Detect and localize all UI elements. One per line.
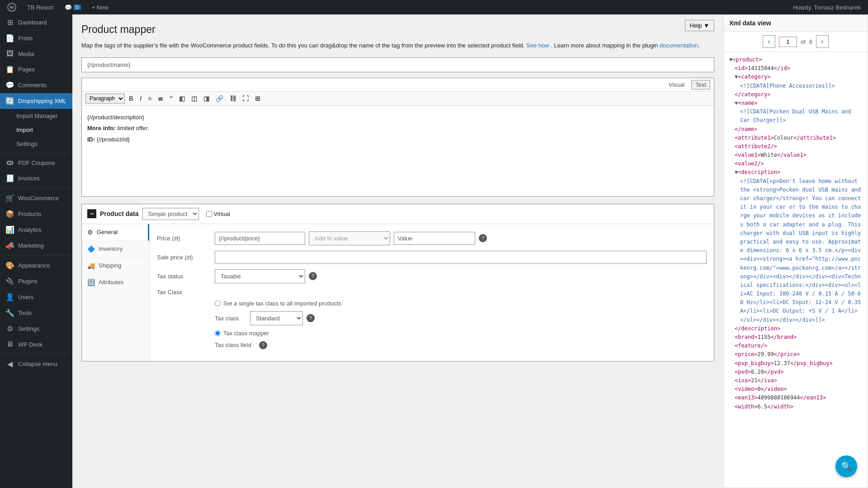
sidebar-label-woocommerce: WooCommerce [18, 195, 59, 202]
italic-button[interactable]: I [137, 94, 144, 103]
unordered-list-button[interactable]: ≡ [146, 94, 154, 103]
fullscreen-button[interactable]: ⛶ [240, 94, 251, 103]
search-fab[interactable]: 🔍 [835, 455, 857, 477]
virtual-checkbox[interactable] [206, 211, 212, 217]
see-how-link[interactable]: See how [526, 42, 549, 49]
tax-status-help-icon[interactable]: ? [309, 272, 317, 280]
sidebar-item-marketing[interactable]: 📣 Marketing [0, 238, 72, 253]
sidebar-item-dropshipping[interactable]: 🔄 Dropshipping XML [0, 93, 72, 109]
bold-button[interactable]: B [127, 94, 136, 103]
xml-line-pvp-bigbuy: <pvp_bigbuy>12.37</pvp_bigbuy> [729, 359, 862, 368]
price-help-icon[interactable]: ? [479, 234, 487, 242]
sidebar-item-plugins[interactable]: 🔌 Plugins [0, 273, 72, 289]
xml-line-product: ▼<product> [729, 56, 862, 64]
align-center-button[interactable]: ◫ [189, 94, 199, 103]
product-data-header: − Product data Simple product Virtual [82, 204, 714, 224]
tax-class-mapper-radio[interactable] [215, 330, 221, 336]
site-name[interactable]: TB Resort [24, 0, 57, 14]
sidebar-item-posts[interactable]: 📄 Posts [0, 30, 72, 46]
sale-price-input[interactable] [215, 251, 707, 264]
sidebar-item-dashboard[interactable]: ⊞ Dashboard [0, 14, 72, 30]
attributes-tab-icon: 🔢 [87, 279, 95, 286]
tax-class-field-help-icon[interactable]: ? [259, 341, 267, 349]
unlink-button[interactable]: ⛓ [227, 94, 238, 103]
tax-class-help-icon[interactable]: ? [307, 314, 315, 322]
sidebar-item-wp-desk[interactable]: 🖥 WP Desk [0, 337, 72, 352]
align-left-button[interactable]: ◧ [177, 94, 187, 103]
paragraph-select[interactable]: Paragraph [85, 94, 125, 103]
sidebar-item-analytics[interactable]: 📊 Analytics [0, 222, 72, 238]
xml-of-text: of [801, 38, 806, 45]
divider-3 [0, 255, 72, 256]
sidebar-item-settings[interactable]: ⚙ Settings [0, 321, 72, 337]
sidebar-item-woocommerce[interactable]: 🛒 WooCommerce [0, 190, 72, 206]
align-right-button[interactable]: ◨ [201, 94, 212, 103]
comment-count: 0 [74, 5, 81, 10]
sidebar-item-appearance[interactable]: 🎨 Appearance [0, 258, 72, 273]
wp-desk-icon: 🖥 [5, 340, 14, 348]
editor-container: Visual Text Paragraph B I ≡ ≣ " ◧ ◫ ◨ 🔗 [81, 78, 714, 197]
sidebar-item-comments[interactable]: 💬 Comments [0, 77, 72, 93]
user-menu[interactable]: Howdy, Tomasz Bednarek [790, 0, 863, 14]
editor-body[interactable]: {//product/description} More info: limit… [82, 106, 714, 196]
tax-class-single-label[interactable]: Set a single tax class to all imported p… [215, 300, 341, 307]
add-value-select[interactable]: Add % value [309, 231, 390, 245]
help-button[interactable]: Help ▼ [685, 20, 714, 31]
price-input[interactable] [215, 232, 305, 245]
tax-class-single-radio[interactable] [215, 300, 221, 306]
xml-line-name-close: </name> [729, 125, 862, 134]
xml-line-description-cdata: <![CDATA[<p>Don't leave home without the… [729, 177, 862, 324]
documentation-link[interactable]: documentation [660, 42, 698, 49]
sidebar: ⊞ Dashboard 📄 Posts 🖼 Media 📋 Pages 💬 Co… [0, 14, 72, 488]
tab-attributes[interactable]: 🔢 Attributes [82, 274, 149, 291]
tab-text[interactable]: Text [691, 80, 710, 89]
sidebar-label-dashboard: Dashboard [18, 19, 47, 26]
product-type-select[interactable]: Simple product [142, 208, 199, 220]
xml-line-ean13: <ean13>4899888106944</ean13> [729, 394, 862, 402]
xml-prev-button[interactable]: ‹ [763, 35, 775, 48]
product-name-input[interactable] [81, 57, 714, 72]
grid-button[interactable]: ⊞ [253, 94, 263, 103]
xml-content-scroll[interactable]: ▼<product> <id>14115044</id> ▼<category>… [724, 52, 868, 486]
sidebar-item-pages[interactable]: 📋 Pages [0, 61, 72, 77]
posts-icon: 📄 [5, 34, 14, 42]
sidebar-item-media[interactable]: 🖼 Media [0, 46, 72, 61]
tax-class-select[interactable]: Standard Reduced rate Zero rate [250, 311, 303, 325]
tax-class-single-row: Set a single tax class to all imported p… [157, 300, 707, 307]
products-icon: 📦 [5, 210, 14, 218]
svg-text:W: W [9, 5, 14, 10]
ordered-list-button[interactable]: ≣ [156, 94, 165, 103]
tax-class-mapper-label[interactable]: Tax class mapper [215, 330, 269, 337]
comments-button[interactable]: 💬 0 [62, 0, 84, 14]
xml-page-input[interactable] [779, 37, 797, 47]
tax-class-mapper-text: Tax class mapper [223, 330, 269, 337]
comments-icon: 💬 [5, 81, 14, 89]
xml-next-button[interactable]: › [816, 35, 829, 48]
sidebar-item-collapse[interactable]: ◀ Collapse menu [0, 356, 72, 372]
tax-status-select[interactable]: Taxable Shipping only None [215, 269, 305, 283]
new-button[interactable]: + New [89, 0, 111, 14]
sidebar-item-import[interactable]: Import [0, 123, 72, 137]
wp-logo-button[interactable]: W [5, 0, 19, 14]
tab-shipping[interactable]: 🚚 Shipping [82, 258, 149, 274]
sidebar-item-products[interactable]: 📦 Products [0, 206, 72, 222]
xml-line-price: <price>29.99</price> [729, 350, 862, 359]
xml-line-id: <id>14115044</id> [729, 64, 862, 73]
blockquote-button[interactable]: " [167, 94, 175, 103]
sidebar-item-users[interactable]: 👤 Users [0, 289, 72, 305]
sidebar-item-tools[interactable]: 🔧 Tools [0, 305, 72, 321]
sidebar-item-settings-sub[interactable]: Settings [0, 137, 72, 151]
page-description: Map the tags of the supplier's file with… [81, 41, 714, 50]
sidebar-item-invoices[interactable]: 🧾 Invoices [0, 170, 72, 186]
value-input[interactable] [394, 232, 475, 245]
tab-visual[interactable]: Visual [665, 80, 689, 89]
collapse-product-data-button[interactable]: − [87, 209, 96, 218]
sidebar-item-pdf-coupons[interactable]: 🎟 PDF Coupons [0, 155, 72, 170]
sidebar-item-import-manager[interactable]: Import Manager [0, 109, 72, 123]
tab-inventory[interactable]: 🔷 Inventory [82, 241, 149, 258]
tab-general[interactable]: ⚙ General [82, 224, 149, 241]
xml-content: ▼<product> <id>14115044</id> ▼<category>… [724, 52, 868, 415]
tax-class-label-row: Tax Class [157, 289, 707, 296]
sidebar-label-settings: Settings [18, 325, 39, 332]
link-button[interactable]: 🔗 [213, 94, 226, 103]
